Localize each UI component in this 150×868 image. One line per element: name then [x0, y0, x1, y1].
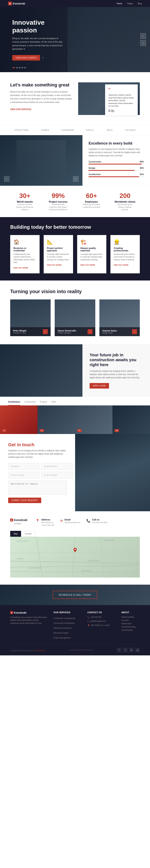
tab-construction[interactable]: Construction	[24, 401, 36, 405]
footer-service-4[interactable]: Renovation Works	[54, 632, 68, 634]
contact-name-input[interactable]	[8, 463, 39, 470]
map-container: LATTON PARK FORGE PARK LONDON WHITE MANO…	[10, 537, 140, 578]
hero-dot-3[interactable]	[19, 67, 21, 68]
building-section: Building today for better tomorrow 🏠 Bus…	[0, 217, 150, 280]
quote-mark: "	[108, 87, 134, 93]
team-card-joanna: Joanna Gates Design Lead ›	[99, 300, 140, 336]
footer-contact-col: Contact us 📞 156-356-354 ✉ info@example.…	[87, 611, 115, 641]
feature-project-desc: Leverage agile frameworks to provide a r…	[47, 253, 70, 261]
hero-dot-4[interactable]	[22, 67, 23, 68]
nav-pages[interactable]: Pages	[127, 2, 133, 5]
excellence-next-button[interactable]: ›	[73, 176, 78, 182]
team-jason-name: Jason Somerville	[58, 330, 76, 332]
team-peter-arrow[interactable]: ›	[43, 329, 48, 334]
contact-title: Get in touch	[8, 442, 67, 447]
job-description: Competently unleash low hanging fruit to…	[90, 370, 143, 379]
contact-message-input[interactable]	[8, 480, 67, 495]
contact-submit-button[interactable]: Submit your request	[8, 498, 41, 503]
contact-email-input[interactable]	[41, 463, 73, 470]
hero-next-button[interactable]: ›	[140, 40, 146, 46]
stat-awards-desc: Uniquely visualize intuitive performance…	[15, 203, 35, 211]
progress-construction: Construction 96%	[89, 161, 144, 164]
social-twitter[interactable]: t	[123, 648, 127, 652]
great-link[interactable]: View our services	[10, 108, 31, 111]
contact-project-input[interactable]	[41, 472, 73, 478]
map-tab-satellite[interactable]: Satellite	[21, 531, 35, 537]
footer-service-1[interactable]: Architecture & Engineering	[54, 617, 75, 619]
team-joanna-role: Design Lead	[102, 332, 117, 334]
footer-service-3[interactable]: Industrial Construction	[54, 627, 72, 629]
hero-dot-1[interactable]	[12, 67, 15, 68]
footer-description: Compellingly seize superior meta-informa…	[10, 616, 47, 625]
svg-text:FORGE PARK: FORGE PARK	[103, 539, 114, 541]
footer-about-1[interactable]: Project portfolio	[121, 616, 140, 618]
footer-about-title: About	[121, 611, 140, 614]
stat-clients-desc: Dynamically grow intuitive material prod…	[115, 203, 135, 211]
social-instagram[interactable]: ig	[135, 648, 140, 652]
feature-professionals-title: Creating professionals	[114, 247, 137, 252]
project-item-3: 03	[75, 405, 113, 434]
logo[interactable]: Konstrukt	[8, 2, 25, 5]
location-phone: 📞 Call us 156-356-354 (300)	[86, 518, 107, 527]
feature-project-title: Project perfect approach	[47, 247, 70, 252]
hero-prev-button[interactable]: ‹	[140, 33, 146, 39]
feature-project-link[interactable]: Find out more	[47, 264, 62, 266]
feature-business-desc: Collaboratively seize superior performan…	[13, 253, 36, 264]
feature-business: 🏠 Business or residential Collaborativel…	[10, 235, 39, 273]
job-apply-button[interactable]: Apply now	[90, 383, 109, 389]
nav-home[interactable]: Home	[117, 2, 122, 5]
social-linkedin[interactable]: in	[129, 648, 134, 652]
footer-phone: 156-356-354	[91, 616, 101, 618]
svg-text:LONDON: LONDON	[17, 558, 24, 560]
footer-service-2[interactable]: Commercial & Residential	[54, 622, 75, 624]
team-jason-arrow[interactable]: ›	[88, 329, 92, 334]
contact-section: Get in touch Capitalize on low hanging f…	[0, 434, 150, 511]
contact-description: Capitalize on low hanging fruit to ident…	[8, 449, 67, 459]
feature-materials-link[interactable]: Find out more	[81, 264, 95, 266]
cta-schedule-button[interactable]: Schedule a call today	[53, 591, 97, 599]
feature-business-link[interactable]: Find out more	[13, 267, 28, 269]
footer-service-5[interactable]: Project Management	[54, 637, 70, 639]
footer-about-2[interactable]: Our team	[121, 619, 140, 621]
tab-other[interactable]: Other	[51, 401, 56, 405]
logos-bar: Structure Conex conDraw ARCH+ ARLE Colin…	[0, 125, 150, 135]
hero-section: Innovative passion Bring to the table wi…	[0, 7, 150, 72]
location-brand-sub: Location	[14, 523, 27, 525]
stat-clients-label: Worldwide clients	[115, 200, 136, 203]
hero-dot-2[interactable]	[16, 67, 18, 68]
team-joanna-arrow[interactable]: ›	[132, 329, 137, 334]
team-jason-role: Project Manager	[58, 332, 76, 334]
feature-professionals-link[interactable]: Find out more	[114, 264, 128, 266]
excellence-prev-button[interactable]: ‹	[4, 176, 9, 182]
tab-architecture[interactable]: Architecture	[8, 401, 20, 405]
progress-value-1: 96%	[140, 161, 144, 163]
footer-address-icon: 📍	[87, 624, 90, 627]
location-email-title: Email	[64, 518, 80, 521]
map-tab-map[interactable]: Map	[10, 531, 21, 537]
footer: Konstrukt Compellingly seize superior me…	[0, 605, 150, 655]
footer-powered[interactable]: EvoThemes	[37, 650, 46, 652]
social-facebook[interactable]: f	[117, 648, 121, 652]
svg-line-4	[101, 537, 104, 578]
hero-dot-5[interactable]	[24, 67, 26, 68]
progress-value-2: 83%	[140, 167, 144, 169]
project-item-2: 02	[37, 405, 75, 434]
footer-about-3[interactable]: Testimonials	[121, 623, 140, 625]
location-brand-name: Konstrukt	[10, 518, 27, 522]
building-title: Building today for better tomorrow	[10, 224, 140, 230]
contact-phone-input[interactable]	[8, 472, 39, 478]
team-card-jason: Jason Somerville Project Manager ›	[55, 300, 95, 336]
footer-about-5[interactable]: Administration	[121, 629, 140, 631]
stat-employees-desc: Rapidly grow intuitive Leadership synerg…	[81, 203, 102, 208]
hero-title: Innovative passion	[12, 19, 65, 34]
vision-title: Turning your vision into reality	[10, 289, 140, 294]
nav-blog[interactable]: Blog	[138, 2, 142, 5]
project-num-4: 04	[115, 429, 119, 432]
tab-projects[interactable]: Projects	[40, 401, 47, 405]
footer-address: 880 Harkins St., Austin	[91, 624, 110, 626]
hero-cta-button[interactable]: View our clients	[12, 55, 40, 61]
stat-success: 99% Project success Enthusiastically max…	[48, 192, 68, 211]
stat-success-desc: Enthusiastically maximize high impact Em…	[48, 203, 68, 211]
footer-about-4[interactable]: Construction blog	[121, 626, 140, 628]
vision-section: Turning your vision into reality Peter W…	[0, 280, 150, 344]
